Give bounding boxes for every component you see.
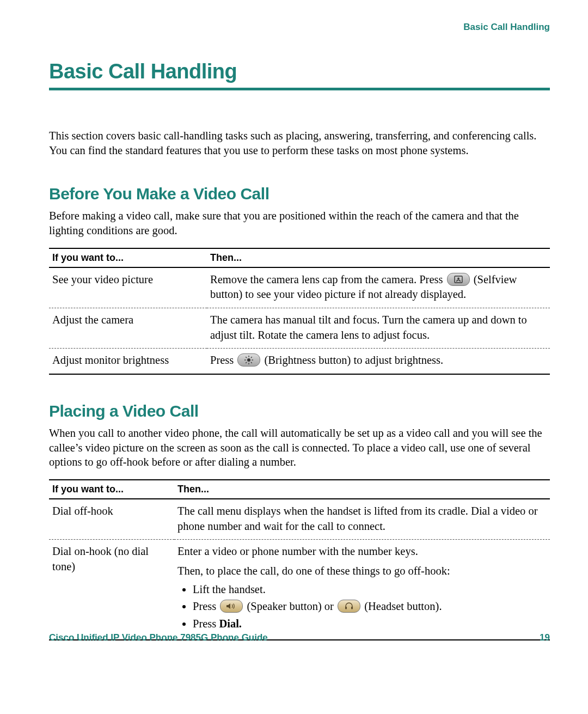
table-cell: Press — [207, 349, 550, 374]
brightness-button-icon — [237, 353, 260, 367]
before-paragraph: Before making a video call, make sure th… — [49, 209, 550, 237]
table-header: Then... — [207, 248, 550, 267]
svg-line-10 — [251, 357, 252, 358]
table-cell: Enter a video or phone number with the n… — [174, 540, 550, 640]
before-table: If you want to... Then... See your video… — [49, 248, 550, 375]
list-item: Lift the handset. — [193, 582, 547, 597]
table-cell: The camera has manual tilt and focus. Tu… — [207, 308, 550, 348]
table-cell: Dial on-hook (no dial tone) — [49, 540, 174, 640]
list-item: Press (Speaker button) or — [193, 599, 547, 614]
table-header-row: If you want to... Then... — [49, 480, 550, 499]
list-text: Press — [193, 618, 219, 630]
placing-paragraph: When you call to another video phone, th… — [49, 426, 550, 469]
cell-text: Remove the camera lens cap from the came… — [210, 273, 446, 285]
svg-line-9 — [246, 362, 247, 363]
cell-line: Enter a video or phone number with the n… — [177, 544, 547, 559]
svg-rect-11 — [345, 607, 347, 609]
table-row: See your video picture Remove the camera… — [49, 267, 550, 308]
list-text: (Headset button). — [364, 600, 442, 612]
svg-line-8 — [251, 362, 252, 363]
document-page: Basic Call Handling Basic Call Handling … — [0, 0, 588, 714]
table-cell: See your video picture — [49, 267, 207, 308]
list-item: Press Dial. — [193, 617, 547, 632]
running-header: Basic Call Handling — [49, 22, 550, 33]
table-cell: Dial off-hook — [49, 499, 174, 540]
table-row: Dial on-hook (no dial tone) Enter a vide… — [49, 540, 550, 640]
cell-text: (Brightness button) to adjust brightness… — [265, 354, 444, 366]
table-header: If you want to... — [49, 248, 207, 267]
section-heading-placing: Placing a Video Call — [49, 402, 550, 420]
dial-label: Dial. — [219, 618, 242, 630]
footer-doc-title: Cisco Unified IP Video Phone 7985G Phone… — [49, 632, 268, 643]
table-row: Adjust monitor brightness Press — [49, 349, 550, 374]
title-rule — [49, 88, 550, 90]
headset-button-icon — [338, 600, 360, 613]
table-header-row: If you want to... Then... — [49, 248, 550, 267]
table-cell: Adjust monitor brightness — [49, 349, 207, 374]
list-text: Press — [193, 600, 219, 612]
table-cell: The call menu displays when the handset … — [174, 499, 550, 540]
table-cell: Adjust the camera — [49, 308, 207, 348]
cell-line: Then, to place the call, do one of these… — [177, 564, 547, 579]
svg-line-7 — [246, 357, 247, 358]
footer-page-number: 19 — [540, 632, 550, 643]
selfview-button-icon — [447, 273, 470, 286]
table-row: Dial off-hook The call menu displays whe… — [49, 499, 550, 540]
intro-paragraph: This section covers basic call-handling … — [49, 129, 550, 157]
svg-rect-12 — [351, 607, 353, 609]
section-heading-before: Before You Make a Video Call — [49, 185, 550, 203]
page-footer: Cisco Unified IP Video Phone 7985G Phone… — [49, 632, 550, 643]
list-text: (Speaker button) or — [247, 600, 337, 612]
speaker-button-icon — [220, 600, 243, 613]
table-header: If you want to... — [49, 480, 174, 499]
svg-rect-0 — [455, 276, 462, 283]
table-cell: Remove the camera lens cap from the came… — [207, 267, 550, 308]
offhook-bullet-list: Lift the handset. Press (Speaker button)… — [177, 582, 547, 632]
svg-point-2 — [247, 358, 250, 362]
table-header: Then... — [174, 480, 550, 499]
placing-table: If you want to... Then... Dial off-hook … — [49, 479, 550, 640]
page-title: Basic Call Handling — [49, 60, 550, 83]
table-row: Adjust the camera The camera has manual … — [49, 308, 550, 348]
cell-text: Press — [210, 354, 236, 366]
svg-point-1 — [457, 277, 460, 279]
